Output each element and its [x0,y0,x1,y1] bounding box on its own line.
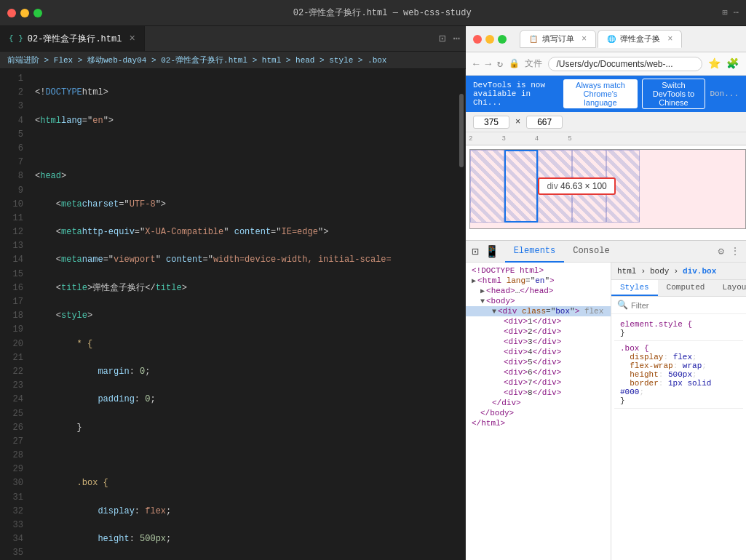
url-input[interactable] [548,57,702,71]
tab-elastic-close[interactable]: × [667,34,672,44]
tree-html[interactable]: ▶<html lang="en"> [466,276,611,286]
filter-input[interactable] [631,301,740,310]
browser-viewport: div 46.63 × 100 [466,145,746,240]
editor-tab-bar: { } 02-弹性盒子换行.html × ⊡ ⋯ [0,26,466,52]
styles-tab-bar: Styles Computed Layout E [611,280,746,297]
notification-text: DevTools is now available in Chi... [473,81,559,107]
devtools-tab-console[interactable]: Console [564,241,618,263]
filter-bar: 🔍 [611,297,746,314]
tab-elastic-label: 弹性盒子换 [620,33,660,44]
tree-div-7[interactable]: <div>7</div> [466,377,611,388]
viewport-width-input[interactable] [473,116,509,129]
devtools-tab-elements[interactable]: Elements [505,241,565,263]
crumb-sep-1: › [640,267,646,276]
ruler-tick-1: 2 [469,135,472,143]
tree-div-box[interactable]: ▼<div class="box"> flex [466,306,611,316]
tree-div-8[interactable]: <div>8</div> [466,388,611,398]
window-action-icons: ⊞ ⋯ [723,7,739,18]
crumb-divbox[interactable]: div.box [683,267,716,276]
flex-child-1 [470,150,504,223]
tree-doctype: <!DOCTYPE html> [466,265,611,276]
tree-div-5[interactable]: <div>5</div> [466,357,611,367]
ruler-tick-4: 5 [568,135,571,143]
tree-html-close: </html> [466,418,611,428]
more-tabs-icon[interactable]: ⋯ [453,31,460,46]
minimize-window-icon[interactable] [20,9,29,17]
editor-scrollbar[interactable] [458,69,465,560]
more-actions-icon[interactable]: ⋯ [734,7,739,18]
close-window-icon[interactable] [7,9,16,17]
refresh-button[interactable]: ↻ [497,57,503,70]
browser-devtools-panel: 📋 填写订单 × 🌐 弹性盒子换 × ← → ↻ 🔒 文件 [466,26,746,560]
ruler-bar: 2 3 4 5 [466,132,746,145]
css-rule-element: element.style { } [614,317,743,341]
filter-icon: 🔍 [617,300,628,311]
browser-tab-fill[interactable]: 📋 填写订单 × [520,30,596,48]
split-editor-icon[interactable]: ⊞ [723,7,728,18]
styles-tab-computed[interactable]: Computed [658,280,714,296]
devtools-notification-bar: DevTools is now available in Chi... Alwa… [466,76,746,112]
tab-favicon: 📋 [529,35,538,44]
ruler-tick-2: 3 [501,135,505,143]
inspect-element-icon[interactable]: ⊡ [472,244,479,259]
viewport-size-bar: × [466,112,746,132]
device-toggle-icon[interactable]: 📱 [485,244,499,259]
devtools-toolbar: ⊡ 📱 Elements Console ⚙ ⋮ [466,241,746,263]
tab-elastic-favicon: 🌐 [607,35,616,44]
extensions-icon[interactable]: 🧩 [726,57,739,70]
devtools-right-icons: ⚙ ⋮ [718,245,740,257]
flex-container-preview: div 46.63 × 100 [469,149,746,229]
ruler-tick-3: 4 [535,135,539,143]
split-right-icon[interactable]: ⊡ [439,31,446,46]
styles-tab-styles[interactable]: Styles [611,280,658,296]
window-controls [7,9,42,17]
tab-close-button[interactable]: × [129,33,135,44]
back-button[interactable]: ← [473,58,479,70]
window-title: 02-弹性盒子换行.html — web-css-study [48,7,717,19]
code-content: <!DOCTYPE html> <html lang="en"> <head> … [29,69,465,560]
forward-button[interactable]: → [485,58,491,70]
tree-div-2[interactable]: <div>2</div> [466,327,611,337]
tab-close-x[interactable]: × [582,34,587,44]
viewport-height-input[interactable] [526,116,563,129]
tree-div-3[interactable]: <div>3</div> [466,337,611,347]
always-match-button[interactable]: Always match Chrome's language [563,79,637,108]
browser-close-icon[interactable] [473,35,482,44]
secure-icon: 🔒 文件 [509,57,542,70]
dimension-tooltip: div 46.63 × 100 [538,177,615,195]
tree-body[interactable]: ▼<body> [466,296,611,306]
devtools-panel: ⊡ 📱 Elements Console ⚙ ⋮ <!DOCTYPE [466,240,746,560]
crumb-html[interactable]: html [617,267,636,276]
browser-tab-elastic[interactable]: 🌐 弹性盒子换 × [598,30,682,48]
tree-div-close: </div> [466,398,611,408]
tree-head[interactable]: ▶<head>…</head> [466,286,611,296]
tree-div-6[interactable]: <div>6</div> [466,367,611,377]
code-editor[interactable]: 12345 678910 1112131415 1617181920 21222… [0,69,466,560]
switch-devtools-button[interactable]: Switch DevTools to Chinese [642,79,706,109]
dismiss-text[interactable]: Don... [710,89,739,98]
styles-tab-layout[interactable]: Layout [713,280,746,296]
bottom-breadcrumb: html › body › div.box [611,263,746,280]
devtools-menu-icon[interactable]: ⋮ [730,245,740,257]
browser-minimize-icon[interactable] [485,35,494,44]
tooltip-dimensions: 46.63 × 100 [560,181,607,191]
tab-label: 02-弹性盒子换行.html [28,33,122,45]
tab-actions: ⊡ ⋯ [433,26,466,51]
browser-window-controls [473,35,507,44]
maximize-window-icon[interactable] [33,9,42,17]
styles-panel: element.style { } .box { display: flex; … [611,314,746,560]
settings-icon[interactable]: ⚙ [718,245,724,257]
devtools-content: <!DOCTYPE html> ▶<html lang="en"> ▶<head… [466,263,746,560]
tree-div-4[interactable]: <div>4</div> [466,347,611,357]
tree-div-1[interactable]: <div>1</div> [466,316,611,327]
devtools-tab-list: Elements Console [505,241,619,263]
tooltip-element-type: div [547,181,560,191]
browser-maximize-icon[interactable] [498,35,507,44]
bookmark-icon[interactable]: ⭐ [708,57,721,70]
title-bar: 02-弹性盒子换行.html — web-css-study ⊞ ⋯ [0,0,746,26]
tab-fill-label: 填写订单 [542,33,574,44]
scrollbar-thumb[interactable] [459,94,464,167]
active-editor-tab[interactable]: { } 02-弹性盒子换行.html × [0,26,145,51]
tree-body-close: </body> [466,408,611,418]
crumb-body[interactable]: body [650,267,669,276]
